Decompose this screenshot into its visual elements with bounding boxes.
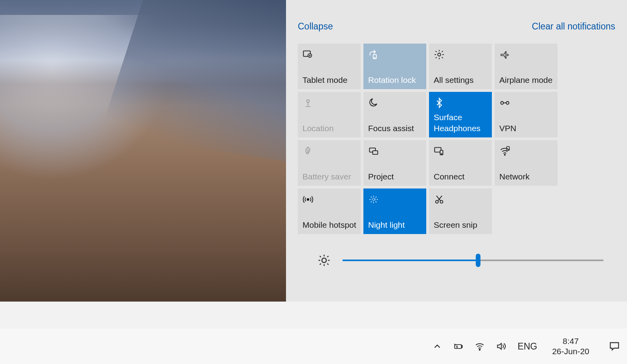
snip-icon	[434, 194, 445, 205]
tile-label: Surface Headphones	[434, 112, 488, 134]
action-center-panel: Collapse Clear all notifications Tablet …	[286, 0, 627, 302]
tile-location[interactable]: Location	[298, 92, 361, 137]
tile-label: Battery saver	[302, 171, 357, 182]
svg-point-13	[504, 154, 505, 155]
svg-point-7	[506, 102, 509, 104]
tile-label: Airplane mode	[499, 75, 554, 85]
svg-point-12	[441, 154, 442, 154]
clock-time: 8:47	[552, 336, 589, 346]
action-center-header: Collapse Clear all notifications	[286, 0, 627, 44]
tile-label: Tablet mode	[302, 75, 357, 85]
hotspot-icon	[302, 194, 314, 205]
project-icon	[368, 146, 379, 157]
tile-night-light[interactable]: Night light	[363, 188, 426, 234]
tile-label: Network	[499, 171, 554, 182]
svg-point-4	[438, 53, 440, 56]
tile-label: VPN	[499, 123, 554, 134]
clock[interactable]: 8:47 26-Jun-20	[552, 336, 589, 357]
svg-point-15	[307, 199, 309, 201]
clear-notifications-button[interactable]: Clear all notifications	[532, 21, 615, 32]
tile-label: Rotation lock	[368, 75, 422, 85]
clock-date: 26-Jun-20	[552, 346, 589, 357]
svg-point-6	[501, 102, 504, 104]
taskbar: ENG 8:47 26-Jun-20	[0, 329, 627, 364]
brightness-slider-thumb[interactable]	[476, 254, 480, 267]
tile-vpn[interactable]: VPN	[495, 92, 557, 137]
tile-battery-saver[interactable]: Battery saver	[298, 140, 361, 186]
leaf-icon	[302, 146, 314, 157]
tile-label: Connect	[434, 171, 488, 182]
tray-overflow-icon[interactable]	[432, 341, 442, 351]
vpn-icon	[499, 97, 510, 108]
tile-rotation-lock[interactable]: Rotation lock	[363, 44, 426, 89]
tile-network[interactable]: Network	[495, 140, 557, 186]
action-center-button[interactable]	[604, 337, 624, 356]
nightlight-icon	[368, 194, 379, 205]
location-icon	[302, 97, 314, 108]
tile-label: Mobile hotspot	[302, 219, 357, 230]
tile-mobile-hotspot[interactable]: Mobile hotspot	[298, 188, 361, 234]
bluetooth-icon	[434, 97, 445, 108]
desktop-wallpaper[interactable]	[0, 0, 286, 302]
tile-label: Focus assist	[368, 123, 422, 134]
brightness-slider-fill	[343, 260, 478, 261]
tile-bluetooth[interactable]: Surface Headphones	[429, 92, 492, 137]
tile-focus-assist[interactable]: Focus assist	[363, 92, 426, 137]
tile-label: Project	[368, 171, 422, 182]
tile-all-settings[interactable]: All settings	[429, 44, 492, 89]
volume-icon[interactable]	[496, 341, 506, 351]
rotation-icon	[368, 49, 379, 60]
tile-label: Screen snip	[434, 219, 488, 230]
airplane-icon	[499, 49, 510, 60]
tile-tablet-mode[interactable]: Tablet mode	[298, 44, 361, 89]
gear-icon	[434, 49, 445, 60]
moon-icon	[368, 97, 379, 108]
brightness-icon	[317, 254, 331, 267]
brightness-control	[286, 234, 627, 267]
svg-point-16	[372, 198, 375, 201]
wifi-icon	[499, 146, 510, 157]
svg-point-5	[307, 100, 310, 102]
battery-charging-icon[interactable]	[453, 341, 464, 351]
tile-screen-snip[interactable]: Screen snip	[429, 188, 492, 234]
connect-icon	[434, 146, 445, 157]
svg-point-19	[322, 258, 326, 262]
tile-airplane-mode[interactable]: Airplane mode	[495, 44, 557, 89]
quick-action-tiles: Tablet mode Rotation lock All settings A…	[286, 44, 627, 234]
tile-label: Location	[302, 123, 357, 134]
language-indicator[interactable]: ENG	[518, 341, 537, 352]
wifi-tray-icon[interactable]	[475, 341, 485, 351]
tile-label: All settings	[434, 75, 488, 85]
tile-label: Night light	[368, 219, 422, 230]
svg-rect-21	[461, 346, 462, 348]
tablet-icon	[302, 49, 314, 60]
svg-rect-9	[373, 151, 378, 154]
brightness-slider[interactable]	[343, 260, 603, 261]
tile-connect[interactable]: Connect	[429, 140, 492, 186]
collapse-button[interactable]: Collapse	[298, 21, 333, 32]
svg-point-22	[479, 349, 480, 350]
system-tray	[432, 341, 506, 351]
svg-point-3	[374, 57, 375, 58]
tile-project[interactable]: Project	[363, 140, 426, 186]
